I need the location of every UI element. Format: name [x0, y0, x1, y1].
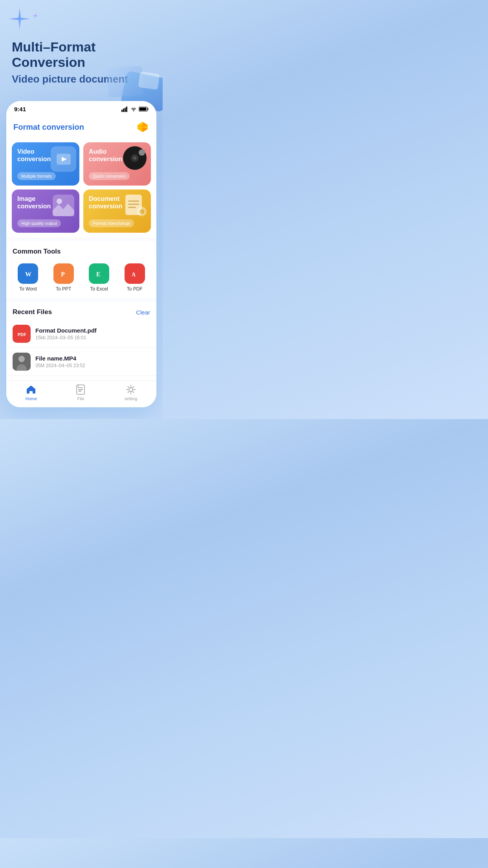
- file-icon: [75, 384, 86, 395]
- settings-icon: [125, 384, 136, 395]
- ppt-icon: P: [53, 263, 74, 284]
- mp4-thumb-svg: [13, 353, 31, 371]
- audio-conversion-card[interactable]: Audioconversion Quick conversion: [83, 142, 151, 186]
- excel-icon: E: [89, 263, 109, 284]
- excel-letter-icon: E: [93, 268, 105, 280]
- svg-rect-47: [78, 391, 81, 392]
- svg-rect-1: [123, 108, 124, 112]
- svg-text:E: E: [96, 271, 101, 278]
- file-nav-label: File: [77, 396, 84, 401]
- video-graphic-icon: [57, 154, 71, 165]
- hero-title: Multi–Format Conversion: [12, 39, 155, 70]
- image-graphic-icon: [51, 193, 76, 218]
- mp4-file-meta: 35M 2024–04–05 23:52: [35, 363, 150, 368]
- word-icon: W: [18, 263, 38, 284]
- svg-rect-26: [128, 207, 136, 208]
- svg-text:A: A: [132, 272, 136, 278]
- home-icon: [26, 384, 37, 395]
- status-icons: [121, 107, 149, 112]
- nav-home[interactable]: Home: [26, 384, 37, 401]
- app-header: Format conversion: [6, 115, 156, 138]
- pdf-file-icon: PDF: [13, 325, 31, 343]
- conversion-grid: Videoconversion Multiple formats Audioco…: [6, 138, 156, 237]
- svg-rect-46: [78, 389, 83, 390]
- svg-text:P: P: [61, 271, 65, 278]
- sketch-icon: [136, 120, 149, 134]
- tool-pdf[interactable]: A To PDF: [125, 263, 145, 292]
- nav-file[interactable]: File: [75, 384, 86, 401]
- document-conversion-card[interactable]: Documentconversion Format interchange: [83, 189, 151, 233]
- clear-button[interactable]: Clear: [136, 309, 150, 316]
- ppt-letter-icon: P: [58, 268, 70, 280]
- svg-point-41: [18, 356, 25, 362]
- image-card-graphic: [51, 193, 76, 218]
- phone-mockup: 9:41 Format conversion: [6, 101, 156, 407]
- pdf-icon-svg: PDF: [16, 328, 27, 339]
- signal-icon: [121, 107, 128, 112]
- svg-text:W: W: [25, 271, 31, 278]
- common-tools-title: Common Tools: [13, 248, 61, 256]
- audio-card-graphic: [122, 145, 148, 171]
- file-item-mp4[interactable]: File name.MP4 35M 2024–04–05 23:52: [6, 348, 156, 376]
- excel-tool-label: To Excel: [90, 286, 108, 292]
- nav-setting[interactable]: setting: [125, 384, 137, 401]
- svg-rect-24: [128, 200, 139, 202]
- video-card-badge: Multiple formats: [17, 172, 56, 180]
- audio-graphic-icon: [122, 145, 148, 171]
- image-card-badge: High quality output: [17, 219, 61, 227]
- mp4-file-name: File name.MP4: [35, 355, 150, 362]
- svg-rect-3: [126, 107, 127, 112]
- common-tools-header: Common Tools: [6, 241, 156, 259]
- word-letter-icon: W: [22, 268, 34, 280]
- setting-nav-label: setting: [125, 396, 137, 401]
- svg-point-48: [129, 388, 133, 392]
- mp4-thumbnail: [13, 353, 31, 371]
- svg-rect-2: [125, 108, 126, 112]
- recent-files-header: Recent Files Clear: [6, 302, 156, 320]
- header-title: Format conversion: [13, 123, 84, 132]
- mp4-file-info: File name.MP4 35M 2024–04–05 23:52: [35, 355, 150, 368]
- svg-rect-25: [128, 204, 139, 205]
- bg-paper-1: [138, 72, 160, 90]
- bottom-nav: Home File setting: [6, 381, 156, 407]
- tools-row: W To Word P To PPT E To Excel: [6, 259, 156, 298]
- svg-point-21: [57, 199, 62, 204]
- ppt-tool-label: To PPT: [56, 286, 71, 292]
- pdf-tool-label: To PDF: [127, 286, 143, 292]
- file-item-pdf[interactable]: PDF Format Document.pdf 15kb 2024–03–05 …: [6, 320, 156, 348]
- audio-card-badge: Quick conversion: [89, 172, 130, 180]
- svg-rect-5: [148, 108, 149, 110]
- document-graphic-icon: [122, 193, 148, 218]
- status-bar: 9:41: [6, 101, 156, 115]
- svg-rect-6: [139, 108, 147, 111]
- pdf-file-name: Format Document.pdf: [35, 327, 150, 334]
- word-tool-label: To Word: [19, 286, 37, 292]
- svg-rect-0: [121, 110, 123, 112]
- video-card-graphic: [51, 146, 76, 172]
- wifi-icon: [130, 107, 137, 112]
- bg-folder-2: [106, 66, 144, 97]
- svg-text:PDF: PDF: [18, 332, 26, 337]
- pdf-file-info: Format Document.pdf 15kb 2024–03–05 16:0…: [35, 327, 150, 340]
- document-card-graphic: [122, 193, 148, 218]
- settings-icon-svg: [126, 384, 136, 395]
- home-nav-label: Home: [26, 396, 37, 401]
- status-time: 9:41: [14, 106, 26, 112]
- battery-icon: [139, 107, 149, 112]
- bottom-spacer: [0, 407, 163, 419]
- tool-ppt[interactable]: P To PPT: [53, 263, 74, 292]
- recent-files-title: Recent Files: [13, 308, 52, 316]
- svg-point-17: [133, 156, 136, 160]
- svg-point-28: [139, 209, 144, 214]
- mp4-file-icon: [13, 353, 31, 371]
- tool-excel[interactable]: E To Excel: [89, 263, 109, 292]
- tool-word[interactable]: W To Word: [18, 263, 38, 292]
- home-icon-svg: [26, 384, 36, 395]
- pdf-letter-icon: A: [129, 268, 141, 280]
- video-conversion-card[interactable]: Videoconversion Multiple formats: [12, 142, 79, 186]
- pdf-file-meta: 15kb 2024–03–05 16:01: [35, 335, 150, 340]
- pdf-icon: A: [125, 263, 145, 284]
- file-icon-svg: [76, 384, 85, 395]
- document-card-badge: Format interchange: [89, 219, 134, 227]
- image-conversion-card[interactable]: Imageconversion High quality output: [12, 189, 79, 233]
